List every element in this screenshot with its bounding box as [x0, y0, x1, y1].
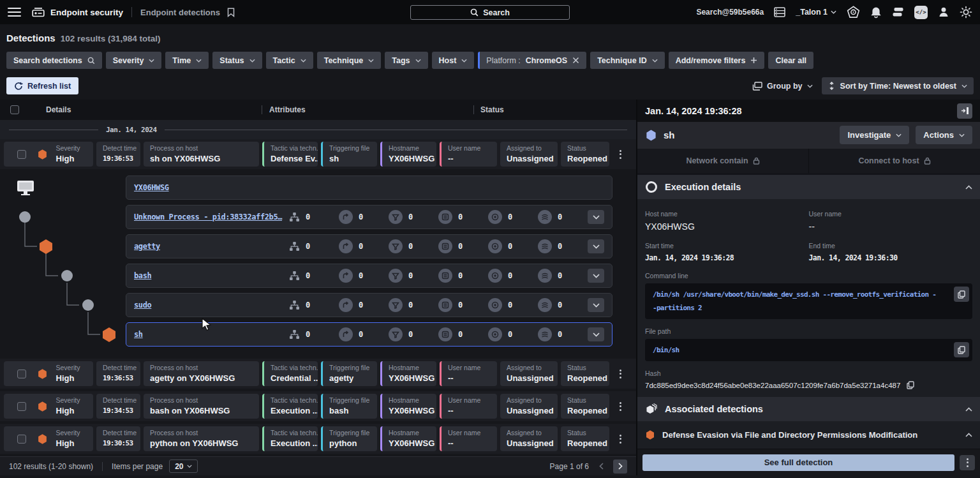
investigate-button[interactable]: Investigate [840, 126, 909, 144]
notifications-icon[interactable] [870, 6, 882, 19]
share-icon [342, 243, 350, 250]
panel-menu-button[interactable] [960, 455, 975, 470]
expand-row-button[interactable] [588, 210, 604, 224]
expand-row-button[interactable] [588, 269, 604, 283]
process-link[interactable]: sh [134, 330, 289, 339]
detection-row[interactable]: SeverityHigh Detect time19:30:53 Process… [0, 424, 636, 454]
filter-technique[interactable]: Technique [317, 52, 382, 69]
network-contain-tab[interactable]: Network contain [637, 149, 808, 173]
results-count: 102 results (1-20 shown) [9, 462, 93, 471]
chevron-down-icon [593, 332, 600, 337]
divider [131, 7, 132, 17]
child-process-count: 0 [289, 329, 339, 340]
date-group-label: Jan. 14, 2024 [106, 126, 157, 134]
tree-process-row[interactable]: bash 0 0 0 [126, 264, 612, 288]
host-link[interactable]: YX06HWSG [134, 183, 604, 192]
see-full-detection-button[interactable]: See full detection [642, 454, 954, 471]
bookmark-icon[interactable] [227, 8, 235, 17]
page-tab[interactable]: Endpoint detections [140, 8, 220, 17]
sort-dropdown[interactable]: Sort by Time: Newest to oldest [822, 77, 974, 94]
detections-list: Details Attributes Status Jan. 14, 2024 … [0, 100, 636, 475]
associated-detections-header[interactable]: Associated detections [637, 397, 980, 421]
user-name-field: User name-- [809, 210, 973, 232]
row-menu-button[interactable] [612, 426, 628, 451]
filter-tags[interactable]: Tags [385, 52, 427, 69]
process-node-circle [61, 270, 73, 281]
row-menu-button[interactable] [612, 394, 628, 419]
chevron-up-icon [965, 433, 972, 437]
status-card: StatusReopened [561, 142, 609, 167]
add-remove-filters-button[interactable]: Add/remove filters [669, 52, 765, 69]
user-icon[interactable] [938, 6, 949, 18]
copy-hash-button[interactable] [907, 381, 914, 389]
detection-row[interactable]: SeverityHigh Detect time19:34:53 Process… [0, 391, 636, 421]
filter-status[interactable]: Status [212, 52, 262, 69]
tree-process-row[interactable]: agetty 0 0 0 [126, 234, 612, 258]
process-link[interactable]: sudo [134, 301, 289, 310]
next-page-button[interactable] [613, 459, 627, 474]
data-source-icon[interactable] [774, 7, 785, 17]
associated-detection-item[interactable]: Defense Evasion via File and Directory P… [637, 421, 980, 449]
page-title: Detections [6, 33, 56, 43]
filter-host[interactable]: Host [432, 52, 475, 69]
account-label: Search@59b5e66a [696, 8, 764, 17]
tree-process-row[interactable]: Unknown Process - pid:38332aff2b5… 0 0 [126, 205, 612, 229]
tree-process-row[interactable]: sh 0 0 0 [126, 322, 612, 347]
per-page-select[interactable]: 20 [169, 459, 198, 473]
row-checkbox[interactable] [17, 435, 26, 444]
filter-time[interactable]: Time [165, 52, 209, 69]
filter-tactic[interactable]: Tactic [266, 52, 313, 69]
hostname-card: HostnameYX06HWSG [380, 361, 436, 386]
filter-count: 0 [389, 210, 438, 224]
search-icon [87, 57, 95, 64]
expand-row-button[interactable] [588, 298, 604, 312]
row-checkbox[interactable] [17, 402, 26, 411]
filter-severity[interactable]: Severity [106, 52, 162, 69]
actions-button[interactable]: Actions [916, 126, 972, 144]
row-checkbox[interactable] [17, 370, 26, 378]
select-all-checkbox[interactable] [10, 105, 19, 114]
clear-all-button[interactable]: Clear all [768, 52, 813, 69]
filter-technique-id[interactable]: Technique ID [590, 52, 665, 69]
funnel-icon [392, 243, 399, 250]
chevron-down-icon [959, 133, 965, 137]
tree-host-row[interactable]: YX06HWSG [126, 176, 612, 200]
column-details: Details [46, 105, 71, 114]
messages-icon[interactable] [892, 7, 904, 18]
process-link[interactable]: bash [134, 271, 289, 280]
row-menu-button[interactable] [612, 142, 628, 167]
menu-icon[interactable] [8, 8, 21, 17]
prev-page-button[interactable] [594, 459, 608, 474]
triggering-file-card: Triggering filebash [321, 394, 377, 419]
execution-details-header[interactable]: Execution details [637, 175, 980, 199]
status-card: StatusReopened [561, 394, 609, 419]
connect-to-host-tab[interactable]: Connect to host [808, 149, 980, 173]
process-link[interactable]: agetty [134, 242, 289, 251]
search-detections-filter[interactable]: Search detections [6, 52, 102, 69]
store-icon[interactable] [847, 6, 860, 19]
expand-panel-button[interactable] [957, 103, 972, 119]
refresh-list-button[interactable]: Refresh list [6, 77, 78, 94]
panel-expand-icon [961, 107, 969, 115]
network-count: 0 [339, 269, 389, 283]
detection-row[interactable]: SeverityHigh Detect time19:36:53 Process… [0, 139, 636, 169]
copy-command-button[interactable] [954, 287, 969, 302]
expand-row-button[interactable] [588, 239, 604, 253]
row-menu-button[interactable] [612, 361, 628, 386]
detection-row[interactable]: SeverityHigh Detect time19:36:53 Process… [0, 359, 636, 389]
status-card: StatusReopened [561, 361, 609, 386]
tenant-selector[interactable]: _Talon 1 [796, 8, 836, 17]
process-card: Process on hostagetty on YX06HWSG [144, 361, 259, 386]
global-search[interactable]: Search [410, 5, 570, 20]
copy-path-button[interactable] [954, 342, 969, 357]
process-link[interactable]: Unknown Process - pid:38332aff2b5… [134, 213, 289, 221]
hash-value: 7dc885ed9dee3c8d24f56abe0e83e22aaa6507c1… [645, 382, 900, 389]
chevron-down-icon [187, 465, 192, 468]
group-by-dropdown[interactable]: Group by [752, 82, 813, 91]
filter-platform-active[interactable]: Platform : ChromeOS [478, 52, 586, 69]
code-icon[interactable]: </> [914, 6, 928, 19]
tree-process-row[interactable]: sudo 0 0 0 [126, 293, 612, 317]
expand-row-button[interactable] [588, 327, 604, 341]
row-checkbox[interactable] [17, 150, 26, 159]
theme-toggle-icon[interactable] [960, 6, 972, 19]
